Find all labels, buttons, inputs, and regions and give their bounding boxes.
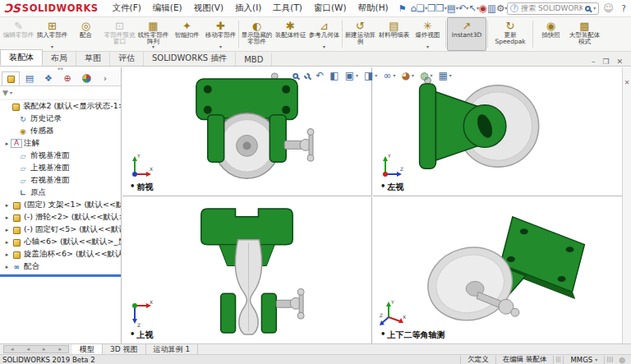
panel-tabs-expand[interactable]: › <box>96 71 114 85</box>
reference-geometry-button[interactable]: ⊿ 参考几何体 ▾ <box>307 17 341 51</box>
tree-item-sensors[interactable]: ◉ 传感器 <box>0 125 121 137</box>
help-button[interactable]: ? <box>618 4 630 13</box>
configurationmanager-tab[interactable]: ❖ <box>39 71 58 85</box>
zoom-area-icon[interactable] <box>304 73 310 79</box>
hide-show-items-icon[interactable]: ∞ <box>383 70 391 81</box>
caret-icon[interactable]: ▾ <box>393 73 395 78</box>
tree-item-right-plane[interactable]: ▱ 右视基准面 <box>0 174 121 187</box>
search-magnifier-icon[interactable] <box>585 6 591 12</box>
mate-button[interactable]: ◎ 配合 <box>69 17 103 51</box>
large-assembly-mode-button[interactable]: ▩ 大型装配体模式 <box>568 17 601 51</box>
open-file-icon[interactable]: ❐ <box>427 1 435 16</box>
caret-icon[interactable]: ▾ <box>449 73 452 78</box>
sheet-nav-buttons[interactable]: ◂ ◂ ▸ ▸ <box>3 345 69 353</box>
insert-component-button[interactable]: ⊞ 插入零部件 ▾ <box>35 17 69 51</box>
flyout-caret-icon[interactable]: ▾ <box>219 44 222 50</box>
units-selector[interactable]: MMGS▾ <box>563 356 604 364</box>
tree-item-history[interactable]: ↻ 历史记录 <box>0 113 121 125</box>
graphics-area[interactable]: ↶ ◧ ▣▾ ◨▾ ∞▾ ◕▾ ◍▾ ▦▾ <box>122 67 622 343</box>
tree-item-mates[interactable]: ▸ ∞ 配合 <box>0 260 121 273</box>
flyout-caret-icon[interactable]: ▾ <box>323 44 325 50</box>
child-close-icon[interactable]: ✕ <box>616 58 623 66</box>
select-cursor-icon[interactable]: ↖ <box>468 1 477 16</box>
nav-last-icon[interactable]: ▸ <box>58 346 62 352</box>
filter-funnel-icon[interactable]: ▼ <box>2 89 8 97</box>
move-component-button[interactable]: ✚ 移动零部件 ▾ <box>204 17 237 51</box>
pin-menu-icon[interactable]: ⚑ <box>394 3 411 14</box>
view-orientation-icon[interactable]: ▣ <box>345 70 354 81</box>
search-input[interactable]: 搜索 SOLIDWORKS 帮助 <box>521 3 583 14</box>
apply-scene-icon[interactable]: ◍ <box>420 70 428 81</box>
section-view-icon[interactable]: ◧ <box>329 70 339 81</box>
tab-sketch[interactable]: 草图 <box>76 51 110 66</box>
flyout-caret-icon[interactable]: ▾ <box>426 44 429 50</box>
home-icon[interactable]: ⌂ <box>411 1 417 16</box>
view-settings-icon[interactable]: ▦ <box>438 70 447 81</box>
tab-assembly[interactable]: 装配体 <box>0 49 43 66</box>
tree-item-bracket[interactable]: ▸ (固定) 支架<1> (默认<<默认>_显示状态 1>) <box>0 199 121 211</box>
viewport-isometric[interactable]: Y X Z •上下二等角轴测 <box>373 197 622 343</box>
caret-icon[interactable]: ▾ <box>375 73 377 78</box>
tree-item-assembly-root[interactable]: 装配体2 (默认<显示状态-1>) <box>0 100 121 113</box>
flyout-caret-icon[interactable]: ▾ <box>51 44 53 50</box>
tab-mbd[interactable]: MBD <box>236 53 272 66</box>
viewport-front[interactable]: Y X •前视 <box>122 67 372 196</box>
exploded-view-button[interactable]: ✳ 爆炸视图 ▾ <box>411 17 444 51</box>
linear-pattern-button[interactable]: ▦ 线性零部件阵列 ▾ <box>136 17 170 51</box>
tree-item-axle[interactable]: ▸ 心轴<6> (默认<<默认>_显示状态 1>) <box>0 236 121 248</box>
tab-solidworks-addins[interactable]: SOLIDWORKS 插件 <box>144 51 236 66</box>
search-box[interactable]: ? 搜索 SOLIDWORKS 帮助 ▾ <box>507 2 599 15</box>
dimxpertmanager-tab[interactable]: ⊕ <box>58 71 76 85</box>
tab-evaluate[interactable]: 评估 <box>110 51 144 66</box>
tree-item-front-plane[interactable]: ▱ 前视基准面 <box>0 150 121 162</box>
options-gear-icon[interactable]: ⚙ <box>496 1 504 16</box>
performance-icon[interactable]: ◉ <box>479 1 487 16</box>
child-restore-icon[interactable]: ❐ <box>602 58 609 66</box>
tree-item-pulley[interactable]: ▸ (-) 滑轮<2> (默认<<默认>_显示状态 1>) <box>0 211 121 223</box>
tree-item-annotations[interactable]: ▸ A 注解 <box>0 137 121 150</box>
instant3d-button[interactable]: ↗ Instant3D <box>447 17 486 51</box>
tree-item-oil-cup[interactable]: ▸ 旋盖油杯<6> (默认<<默认>_显示状态 1>) <box>0 248 121 260</box>
nav-next-icon[interactable]: ▸ <box>43 346 46 352</box>
flyout-caret-icon[interactable]: ▾ <box>152 44 154 50</box>
bill-of-materials-button[interactable]: ▤ 材料明细表 <box>377 17 411 51</box>
caret-icon[interactable]: ▾ <box>412 73 414 78</box>
assembly-features-button[interactable]: ✱ 装配体特征 <box>274 17 307 51</box>
menu-window[interactable]: 窗口(W) <box>308 2 352 14</box>
menu-edit[interactable]: 编辑(E) <box>147 2 188 14</box>
tree-item-origin[interactable]: ∟ 原点 <box>0 187 121 199</box>
search-caret-icon[interactable]: ▾ <box>593 6 596 11</box>
user-account-icon[interactable]: ☺ <box>603 2 614 14</box>
save-icon[interactable]: ❒ <box>435 1 444 16</box>
menu-help[interactable]: 帮助(H) <box>352 2 394 14</box>
tree-item-top-plane[interactable]: ▱ 上视基准面 <box>0 162 121 174</box>
display-style-icon[interactable]: ◨ <box>364 70 373 81</box>
viewport-close-icon[interactable]: ✕ <box>623 79 631 86</box>
tab-3d-views[interactable]: 3D 视图 <box>103 344 146 354</box>
smart-fasteners-button[interactable]: ✦ 智能扣件 <box>170 17 204 51</box>
menu-view[interactable]: 视图(V) <box>188 2 229 14</box>
tab-layout[interactable]: 布局 <box>43 51 76 66</box>
viewport-left[interactable]: Y Z •左视 <box>373 67 622 196</box>
undo-icon[interactable]: ↶ <box>458 1 467 16</box>
caret-icon[interactable]: ▾ <box>356 73 358 78</box>
tree-item-fixing-pin[interactable]: ▸ (-) 固定钉<5> (默认<<默认>_显示状态 1>) <box>0 223 121 236</box>
menu-file[interactable]: 文件(F) <box>107 2 147 14</box>
rollback-bar[interactable] <box>0 274 121 277</box>
caret-icon[interactable]: ▾ <box>430 73 432 78</box>
filter-caret-icon[interactable]: ▾ <box>10 90 12 95</box>
child-minimize-icon[interactable]: – <box>592 58 596 66</box>
edit-appearance-icon[interactable]: ◕ <box>401 70 409 81</box>
status-globe-icon[interactable]: ◍ <box>615 356 629 364</box>
tab-motion-study-1[interactable]: 运动算例 1 <box>146 344 199 354</box>
previous-view-icon[interactable]: ↶ <box>316 70 324 81</box>
show-hidden-components-button[interactable]: ◐ 显示隐藏的零部件 <box>240 17 274 51</box>
nav-first-icon[interactable]: ◂ <box>11 346 14 352</box>
new-motion-study-button[interactable]: ↺ 新建运动算例 <box>343 17 377 51</box>
menu-insert[interactable]: 插入(I) <box>229 2 267 14</box>
print-icon[interactable]: ▤ <box>447 1 456 16</box>
zoom-fit-icon[interactable] <box>292 73 298 79</box>
display-settings-icon[interactable]: ▥ <box>487 1 496 16</box>
viewport-top[interactable]: X Z •上视 <box>122 197 372 343</box>
new-file-icon[interactable]: ❏ <box>417 1 425 16</box>
